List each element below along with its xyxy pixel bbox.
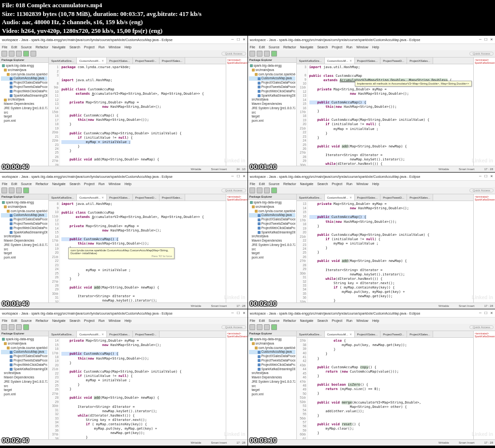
tree-src[interactable]: src/main/java xyxy=(8,68,26,72)
menu-edit[interactable]: Edit xyxy=(11,45,17,49)
stop-icon[interactable] xyxy=(30,51,36,57)
package-explorer-header: Package Explorer xyxy=(0,58,48,63)
status-pos: 24 : 10 xyxy=(236,168,245,171)
minimize-icon[interactable]: ─ xyxy=(232,38,234,42)
window-titlebar: workspace - Java - spark-big-data-engg/s… xyxy=(0,36,248,44)
menu-run[interactable]: Run xyxy=(99,45,105,49)
debug-icon[interactable] xyxy=(16,51,22,57)
window-title: workspace - Java - spark-big-data-engg/s… xyxy=(2,38,173,42)
tab-active[interactable]: CustomAccuM... xyxy=(79,59,101,62)
meta-file: File: 018 Complex accumulators.mp4 xyxy=(2,1,493,10)
menu-source[interactable]: Source xyxy=(21,45,31,49)
tree-item[interactable]: src xyxy=(4,111,8,114)
status-insert: Smart Insert xyxy=(211,168,227,171)
menu-navigate[interactable]: Navigate xyxy=(52,45,66,49)
linkedin-watermark: Linked in xyxy=(224,158,246,163)
tree-project[interactable]: spark-big-data-engg xyxy=(6,64,34,67)
tree-file[interactable]: ProjectWebClickDataProcessor.java xyxy=(14,89,47,93)
tree-file[interactable]: SparkKafkaStreamingDBCExamp.j xyxy=(14,94,47,97)
hover-tooltip: com.lynda.course.sparkbde.CustomAccuMap.… xyxy=(68,247,175,259)
timestamp: 00:00:40 xyxy=(2,163,29,171)
thumbnail-grid: workspace - Java - spark-big-data-engg/s… xyxy=(0,36,495,446)
tab-close-icon[interactable]: ✕ xyxy=(102,59,104,62)
tree-pkg[interactable]: com.lynda.course.sparkbde xyxy=(11,72,47,76)
menu-file[interactable]: File xyxy=(2,45,7,49)
project-tree[interactable]: spark-big-data-engg src/main/java com.ly… xyxy=(0,63,48,124)
code-editor[interactable]: 12389⊖101112131415⊖1617181920⊖2122⊖23242… xyxy=(49,64,226,166)
status-bar: WritableSmart Insert24 : 10 xyxy=(0,166,248,172)
tree-file[interactable]: CustomAccuMap.java xyxy=(14,76,44,80)
status-mode: Writable xyxy=(191,168,202,171)
menu-search[interactable]: Search xyxy=(70,45,80,49)
save-icon[interactable] xyxy=(9,51,15,57)
tab[interactable]: ProjectTweetD... xyxy=(135,59,157,62)
hover-tooltip: Implements all methods in AccumulatorV2<… xyxy=(355,81,472,87)
maximize-icon[interactable]: ☐ xyxy=(237,38,240,42)
editor-tabs[interactable]: SparkKafkaStre...CustomAccuM...✕ProjectX… xyxy=(49,58,226,64)
tree-item[interactable]: target xyxy=(4,115,12,118)
meta-size: Size: 11302839 bytes (10,78 MiB), durati… xyxy=(2,10,493,18)
tree-item[interactable]: src/test/java xyxy=(8,98,25,101)
tab[interactable]: ProjectXSales... xyxy=(162,59,183,62)
tree-item[interactable]: JRE System Library [jre1.8.0.72] xyxy=(4,106,47,110)
meta-video: Video: h264, yuv420p, 1280x720, 250 kb/s… xyxy=(2,27,493,35)
menu-help[interactable]: Help xyxy=(124,45,131,49)
thumbnail-6: workspace - Java - spark-big-data-engg/s… xyxy=(248,309,495,446)
tree-file[interactable]: ProjectXSalesDataProcessor.java xyxy=(14,81,47,84)
tab[interactable]: ProjectXSales... xyxy=(109,59,130,62)
new-icon[interactable] xyxy=(1,51,7,57)
tab[interactable]: SparkKafkaStre... xyxy=(51,59,74,62)
package-explorer[interactable]: Package Explorer spark-big-data-engg src… xyxy=(0,58,49,166)
meta-audio: Audio: aac, 48000 Hz, 2 channels, s16, 1… xyxy=(2,18,493,27)
menu-bar[interactable]: FileEditSourceRefactorNavigateSearchProj… xyxy=(0,44,248,50)
menu-window[interactable]: Window xyxy=(108,45,120,49)
quick-access[interactable]: Quick Access xyxy=(221,52,246,56)
tree-item[interactable]: Maven Dependencies xyxy=(4,102,34,105)
console-sidebar: <terminated> SparkKafkaStreamingDBCEx xyxy=(226,58,248,166)
video-metadata: File: 018 Complex accumulators.mp4 Size:… xyxy=(0,0,495,36)
menu-project[interactable]: Project xyxy=(84,45,95,49)
thumbnail-1: workspace - Java - spark-big-data-engg/s… xyxy=(0,36,248,172)
tree-item[interactable]: pom.xml xyxy=(4,119,16,122)
toolbar[interactable]: Quick Access xyxy=(0,50,248,58)
thumbnail-4: workspace - Java - spark-big-data-engg/s… xyxy=(248,173,495,309)
tree-file[interactable]: ProjectTweetsDataProcessor.java xyxy=(14,85,47,88)
code-content[interactable]: package com.lynda.course.sparkbde; impor… xyxy=(60,64,226,166)
close-icon[interactable]: ✕ xyxy=(243,38,246,42)
run-icon[interactable] xyxy=(23,51,29,57)
thumbnail-3: workspace - Java - spark-big-data-engg/s… xyxy=(0,173,248,309)
thumbnail-5: workspace - Java - spark-big-data-engg/s… xyxy=(0,309,248,446)
menu-refactor[interactable]: Refactor xyxy=(36,45,48,49)
thumbnail-2: workspace - Java - spark-big-data-engg/s… xyxy=(248,36,495,172)
line-gutter: 12389⊖101112131415⊖1617181920⊖2122⊖23242… xyxy=(49,64,60,166)
terminated-label: <terminated> SparkKafkaStreamingDBCEx xyxy=(227,58,247,64)
